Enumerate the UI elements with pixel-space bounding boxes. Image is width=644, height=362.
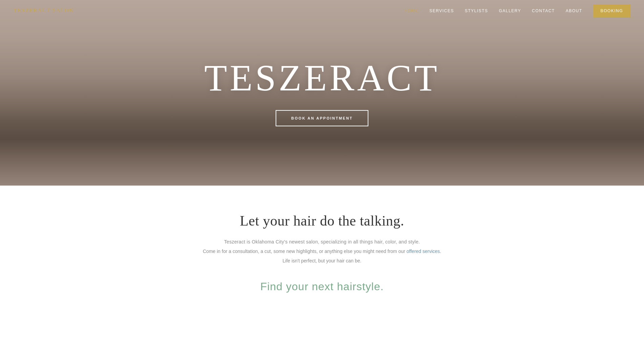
nav-item-booking[interactable]: BOOKING [593,7,630,14]
hero-title: TESZERACT [204,59,439,97]
hero-content: TESZERACT BOOK AN APPOINTMENT [204,59,439,126]
description-2-prefix: Come in for a consultation, a cut, some … [203,249,407,254]
nav-booking-button[interactable]: BOOKING [593,4,630,17]
navbar: TESZERACT SALON HOME SERVICES STYLISTS G… [0,0,644,21]
description-1: Teszeract is Oklahoma City's newest salo… [224,239,420,244]
nav-link-contact[interactable]: CONTACT [532,8,555,13]
description-2-suffix: . [440,249,441,254]
nav-item-gallery[interactable]: GALLERY [499,7,521,14]
hero-section: TESZERACT BOOK AN APPOINTMENT [0,0,644,186]
nav-links: HOME SERVICES STYLISTS GALLERY CONTACT A… [404,7,630,14]
nav-item-stylists[interactable]: STYLISTS [465,7,488,14]
nav-link-home[interactable]: HOME [404,8,418,13]
nav-item-services[interactable]: SERVICES [429,7,454,14]
nav-link-stylists[interactable]: STYLISTS [465,8,488,13]
book-appointment-button[interactable]: BOOK AN APPOINTMENT [276,110,368,126]
description-3: Life isn't perfect, but your hair can be… [282,258,361,263]
content-section: Let your hair do the talking. Teszeract … [0,186,644,313]
nav-item-home[interactable]: HOME [404,7,418,14]
nav-link-services[interactable]: SERVICES [429,8,454,13]
nav-link-about[interactable]: ABOUT [566,8,582,13]
nav-item-about[interactable]: ABOUT [566,7,582,14]
site-logo[interactable]: TESZERACT SALON [14,7,74,14]
offered-services-link[interactable]: offered services [407,249,440,254]
tagline: Let your hair do the talking. [240,213,404,229]
nav-link-gallery[interactable]: GALLERY [499,8,521,13]
find-title: Find your next hairstyle. [260,280,384,293]
nav-item-contact[interactable]: CONTACT [532,7,555,14]
description-2: Come in for a consultation, a cut, some … [203,249,441,254]
